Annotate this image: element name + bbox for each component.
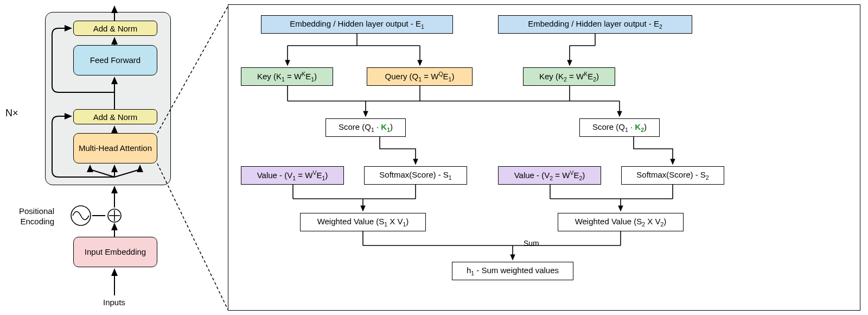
left-panel-arrows xyxy=(0,0,228,315)
value-1: Value - (V1 = WVE1) xyxy=(241,166,344,185)
softmax-1: Softmax(Score) - S1 xyxy=(364,166,467,185)
weighted-value-1: Weighted Value (S1 X V1) xyxy=(300,213,426,231)
embedding-e1: Embedding / Hidden layer output - E1 xyxy=(261,15,453,34)
embedding-e2: Embedding / Hidden layer output - E2 xyxy=(498,15,692,34)
svg-line-13 xyxy=(157,163,228,310)
key-1: Key (K1 = WKE1) xyxy=(241,67,333,86)
key-2: Key (K2 = WKE2) xyxy=(523,67,615,86)
score-1: Score (Q1 · K1) xyxy=(326,118,406,137)
weighted-value-2: Weighted Value (S2 X V2) xyxy=(558,213,684,231)
query-1: Query (Q1 = WQE1) xyxy=(367,67,473,86)
svg-line-12 xyxy=(157,7,228,133)
sum-label: Sum xyxy=(524,239,539,248)
score-2: Score (Q1 · K2) xyxy=(579,118,660,137)
h1-output: h1 - Sum weighted values xyxy=(452,262,573,280)
value-2: Value - (V2 = WVE2) xyxy=(498,166,601,185)
softmax-2: Softmax(Score) - S2 xyxy=(621,166,724,185)
